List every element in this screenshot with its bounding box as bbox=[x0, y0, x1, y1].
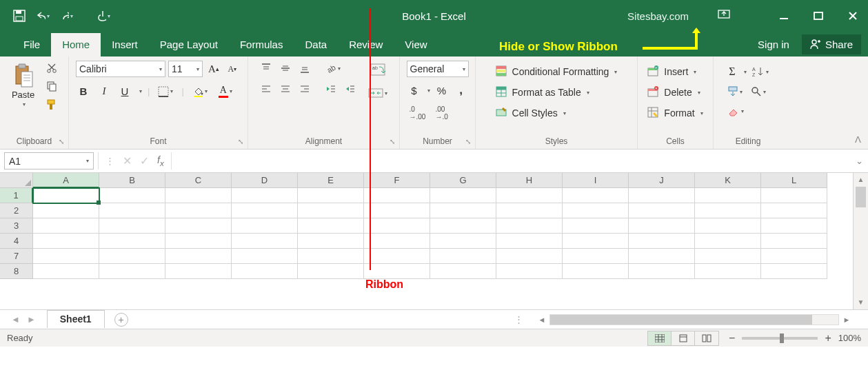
cell[interactable] bbox=[232, 234, 298, 249]
page-layout-view-button[interactable] bbox=[672, 331, 695, 345]
increase-font-button[interactable]: A▴ bbox=[205, 61, 222, 77]
sort-filter-button[interactable]: AZ▾ bbox=[749, 64, 771, 79]
number-format-combo[interactable]: General▾ bbox=[407, 61, 469, 77]
zoom-slider[interactable] bbox=[742, 337, 818, 340]
font-launcher-icon[interactable]: ⤡ bbox=[238, 138, 243, 145]
name-box[interactable]: A1▾ bbox=[4, 152, 94, 169]
zoom-level[interactable]: 100% bbox=[838, 333, 861, 343]
cell[interactable] bbox=[165, 249, 232, 264]
cell[interactable] bbox=[563, 203, 629, 218]
enter-formula-icon[interactable]: ✓ bbox=[140, 154, 149, 167]
borders-button[interactable]: ▾ bbox=[155, 84, 176, 99]
cell[interactable] bbox=[165, 264, 232, 279]
zoom-out-button[interactable]: − bbox=[729, 332, 735, 345]
comma-format-button[interactable]: , bbox=[454, 81, 469, 99]
formula-input[interactable] bbox=[172, 152, 850, 169]
column-header[interactable]: F bbox=[364, 173, 430, 188]
cell[interactable] bbox=[430, 264, 496, 279]
cell[interactable] bbox=[496, 188, 563, 203]
cell[interactable] bbox=[99, 249, 165, 264]
align-center-button[interactable] bbox=[277, 81, 294, 96]
new-sheet-button[interactable]: + bbox=[114, 313, 128, 327]
cell[interactable] bbox=[761, 264, 827, 279]
sheet-nav-prev-icon[interactable]: ◄ bbox=[11, 314, 20, 325]
page-break-view-button[interactable] bbox=[695, 331, 718, 345]
decrease-font-button[interactable]: A▾ bbox=[225, 61, 240, 76]
cell-styles-button[interactable]: Cell Styles▾ bbox=[494, 105, 567, 121]
cell[interactable] bbox=[761, 203, 827, 218]
cell[interactable] bbox=[496, 203, 563, 218]
cell[interactable] bbox=[629, 218, 695, 234]
cell[interactable] bbox=[99, 218, 165, 234]
format-painter-button[interactable] bbox=[43, 96, 61, 113]
cell[interactable] bbox=[165, 234, 232, 249]
row-header[interactable]: 1 bbox=[0, 188, 33, 203]
cell[interactable] bbox=[33, 203, 99, 218]
format-cells-button[interactable]: Format▾ bbox=[646, 105, 704, 121]
decrease-decimal-button[interactable]: .00→.0 bbox=[432, 103, 450, 123]
row-header[interactable]: 7 bbox=[0, 249, 33, 264]
cell[interactable] bbox=[563, 188, 629, 203]
cell[interactable] bbox=[165, 203, 232, 218]
copy-button[interactable] bbox=[43, 79, 61, 94]
cell[interactable] bbox=[563, 234, 629, 249]
row-header[interactable]: 8 bbox=[0, 264, 33, 279]
scroll-right-icon[interactable]: ► bbox=[840, 316, 853, 324]
align-top-button[interactable] bbox=[258, 61, 274, 76]
cell[interactable] bbox=[232, 218, 298, 234]
zoom-in-button[interactable]: + bbox=[825, 332, 831, 345]
cell[interactable] bbox=[563, 218, 629, 234]
cell[interactable] bbox=[33, 264, 99, 279]
tab-page-layout[interactable]: Page Layout bbox=[149, 33, 229, 56]
cell[interactable] bbox=[364, 264, 430, 279]
format-as-table-button[interactable]: Format as Table▾ bbox=[494, 84, 591, 101]
cell[interactable] bbox=[761, 188, 827, 203]
cell[interactable] bbox=[298, 188, 364, 203]
cell[interactable] bbox=[496, 249, 563, 264]
save-icon[interactable] bbox=[12, 9, 26, 23]
cell[interactable] bbox=[33, 249, 99, 264]
column-header[interactable]: E bbox=[298, 173, 364, 188]
cell[interactable] bbox=[99, 188, 165, 203]
align-right-button[interactable] bbox=[296, 81, 313, 96]
cell[interactable] bbox=[563, 249, 629, 264]
find-select-button[interactable]: ▾ bbox=[748, 84, 769, 99]
cell[interactable] bbox=[695, 203, 761, 218]
cell[interactable] bbox=[563, 264, 629, 279]
undo-icon[interactable]: ▾ bbox=[36, 9, 50, 23]
accounting-format-button[interactable]: $ bbox=[407, 83, 422, 99]
number-launcher-icon[interactable]: ⤡ bbox=[465, 138, 471, 145]
cell[interactable] bbox=[430, 234, 496, 249]
font-name-combo[interactable]: Calibri▾ bbox=[76, 61, 165, 77]
column-header[interactable]: D bbox=[232, 173, 298, 188]
insert-function-icon[interactable]: fx bbox=[157, 154, 164, 167]
cell[interactable] bbox=[430, 203, 496, 218]
close-icon[interactable] bbox=[846, 9, 860, 23]
cell[interactable] bbox=[364, 218, 430, 234]
cell[interactable] bbox=[298, 234, 364, 249]
cell[interactable] bbox=[430, 249, 496, 264]
column-header[interactable]: C bbox=[165, 173, 232, 188]
ribbon-display-options-icon[interactable] bbox=[718, 8, 730, 19]
paste-button[interactable]: Paste ▾ bbox=[8, 61, 39, 110]
cell[interactable] bbox=[165, 188, 232, 203]
sheet-split-handle[interactable]: ⋮ bbox=[514, 314, 523, 325]
cell[interactable] bbox=[496, 264, 563, 279]
select-all-corner[interactable] bbox=[0, 173, 33, 188]
cell[interactable] bbox=[232, 188, 298, 203]
row-header[interactable]: 4 bbox=[0, 234, 33, 249]
fbar-dots-icon[interactable]: ⋮ bbox=[105, 156, 114, 166]
cell[interactable] bbox=[99, 203, 165, 218]
minimize-icon[interactable] bbox=[777, 9, 791, 23]
cell[interactable] bbox=[629, 203, 695, 218]
cell[interactable] bbox=[430, 188, 496, 203]
column-header[interactable]: A bbox=[33, 173, 99, 188]
bold-button[interactable]: B bbox=[76, 83, 91, 99]
share-button[interactable]: Share bbox=[802, 34, 861, 54]
cell[interactable] bbox=[99, 234, 165, 249]
touch-mode-icon[interactable]: ▾ bbox=[97, 9, 110, 23]
column-header[interactable]: L bbox=[761, 173, 827, 188]
cell[interactable] bbox=[298, 203, 364, 218]
cell[interactable] bbox=[629, 188, 695, 203]
cell[interactable] bbox=[695, 249, 761, 264]
